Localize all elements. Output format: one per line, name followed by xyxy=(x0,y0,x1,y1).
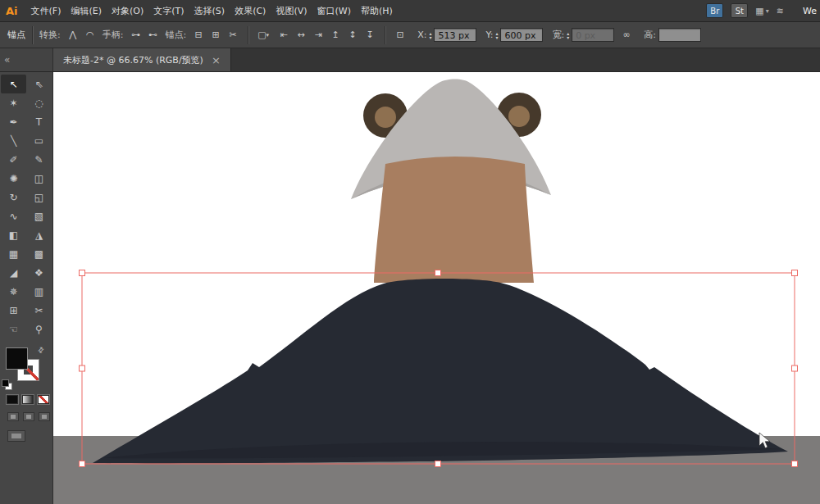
draw-normal-button[interactable] xyxy=(7,412,19,421)
left-ear-inner-shape[interactable] xyxy=(375,107,396,128)
horizontal-align-left-icon[interactable]: ⇤ xyxy=(276,27,292,43)
width-tool[interactable]: ∿ xyxy=(1,207,26,225)
eyedropper-tool[interactable]: ◢ xyxy=(1,263,26,282)
selection-handle-top-left[interactable] xyxy=(80,270,85,276)
horizontal-align-right-icon[interactable]: ⇥ xyxy=(310,27,326,43)
pen-tool[interactable]: ✒ xyxy=(1,112,26,131)
tool-glyph: ▦ xyxy=(9,248,18,260)
eraser-tool[interactable]: ◫ xyxy=(26,169,52,188)
selection-handle-top-right[interactable] xyxy=(792,270,798,276)
illustrator-logo: Ai xyxy=(6,5,18,17)
transform-reference-icon[interactable]: ⊡ xyxy=(392,27,408,43)
close-tab-icon[interactable]: × xyxy=(212,55,221,66)
shape-builder-tool[interactable]: ◧ xyxy=(1,225,26,244)
magic-wand-tool[interactable]: ✶ xyxy=(1,93,26,112)
width-stepper[interactable]: ▴▾ xyxy=(567,31,569,39)
color-button[interactable] xyxy=(6,394,19,405)
artboard-tool[interactable]: ⊞ xyxy=(1,301,26,320)
convert-to-corner-icon[interactable]: ⋀ xyxy=(65,27,81,43)
blend-tool[interactable]: ❖ xyxy=(26,263,52,282)
fill-swatch[interactable] xyxy=(6,347,28,370)
horizontal-align-center-icon[interactable]: ↔ xyxy=(293,27,309,43)
rectangle-tool[interactable]: ▭ xyxy=(26,131,52,150)
perspective-grid-tool[interactable]: ◮ xyxy=(26,225,52,244)
selection-handle-mid-right[interactable] xyxy=(792,366,798,371)
y-input[interactable]: 600 px xyxy=(500,28,543,42)
gradient-button[interactable] xyxy=(21,394,34,405)
line-segment-tool[interactable]: ╲ xyxy=(1,131,26,150)
stepper-down-icon[interactable]: ▾ xyxy=(567,35,569,39)
selection-handle-bottom-left[interactable] xyxy=(80,461,85,467)
draw-behind-button[interactable] xyxy=(23,412,34,421)
x-input[interactable]: 513 px xyxy=(434,28,476,42)
bridge-button[interactable]: Br xyxy=(706,3,723,18)
document-tab[interactable]: 未标题-2* @ 66.67% (RGB/预览) × xyxy=(53,48,231,71)
stepper-down-icon[interactable]: ▾ xyxy=(429,35,431,39)
height-input[interactable] xyxy=(658,28,701,42)
none-button[interactable] xyxy=(37,394,50,405)
menu-item[interactable]: 窗口(W) xyxy=(312,0,356,22)
tool-glyph: ↻ xyxy=(9,192,17,203)
zoom-tool[interactable]: ⚲ xyxy=(26,320,52,338)
default-fill-stroke-icon[interactable] xyxy=(2,379,12,388)
tool-glyph: ▧ xyxy=(34,211,43,222)
collapse-panel-icon[interactable]: « xyxy=(4,54,10,66)
neck-shape[interactable] xyxy=(374,157,534,283)
menu-item[interactable]: 文字(T) xyxy=(148,0,189,22)
y-stepper[interactable]: ▴▾ xyxy=(495,31,498,39)
screen-mode-button[interactable] xyxy=(7,430,25,442)
selection-handle-bottom-right[interactable] xyxy=(792,461,798,467)
link-dimensions-icon[interactable]: ∞ xyxy=(618,27,635,43)
blob-brush-tool[interactable]: ✺ xyxy=(1,169,26,188)
mesh-tool[interactable]: ▦ xyxy=(1,244,26,263)
menu-item[interactable]: 选择(S) xyxy=(189,0,230,22)
cut-path-icon[interactable]: ✂ xyxy=(225,27,241,43)
symbol-sprayer-tool[interactable]: ✵ xyxy=(1,282,26,301)
menu-item[interactable]: 效果(C) xyxy=(230,0,271,22)
column-graph-tool[interactable]: ▥ xyxy=(26,282,52,301)
tool-glyph: ◫ xyxy=(34,173,43,184)
selection-handle-top-center[interactable] xyxy=(435,270,441,276)
paintbrush-tool[interactable]: ✐ xyxy=(1,150,26,169)
workspace-switcher-button[interactable]: ▦ ▾ xyxy=(755,6,768,16)
swap-fill-stroke-icon[interactable]: ⇄ xyxy=(36,345,46,355)
gradient-tool[interactable]: ▩ xyxy=(26,244,52,263)
tool-glyph: T xyxy=(36,116,42,128)
free-transform-tool[interactable]: ▧ xyxy=(26,207,52,225)
menu-item[interactable]: 帮助(H) xyxy=(356,0,398,22)
hand-tool[interactable]: ☜ xyxy=(1,320,26,338)
pencil-tool[interactable]: ✎ xyxy=(26,150,52,169)
isolate-icon[interactable]: ▢▾ xyxy=(255,27,271,43)
add-anchor-icon[interactable]: ⊞ xyxy=(207,27,224,43)
draw-inside-button[interactable] xyxy=(39,412,50,421)
x-stepper[interactable]: ▴▾ xyxy=(429,31,431,39)
vertical-align-bottom-icon[interactable]: ↧ xyxy=(362,27,378,43)
right-ear-inner-shape[interactable] xyxy=(508,106,530,127)
selection-handle-mid-left[interactable] xyxy=(80,366,85,371)
lasso-tool[interactable]: ◌ xyxy=(26,93,52,112)
convert-to-smooth-icon[interactable]: ◠ xyxy=(82,27,98,43)
type-tool[interactable]: T xyxy=(26,112,52,131)
slice-tool[interactable]: ✂ xyxy=(26,301,52,320)
selection-handle-bottom-center[interactable] xyxy=(435,461,441,467)
menu-item[interactable]: 文件(F) xyxy=(26,0,66,22)
scale-tool[interactable]: ◱ xyxy=(26,188,52,207)
menu-item[interactable]: 对象(O) xyxy=(107,0,148,22)
workspace-name[interactable]: We xyxy=(803,6,817,16)
stock-button[interactable]: St xyxy=(731,3,748,18)
show-handles-icon[interactable]: ⊶ xyxy=(127,27,144,43)
y-label: Y: xyxy=(485,30,493,40)
width-input[interactable]: 0 px xyxy=(572,28,614,42)
stepper-down-icon[interactable]: ▾ xyxy=(495,35,498,39)
vertical-align-top-icon[interactable]: ↥ xyxy=(327,27,344,43)
selection-tool[interactable]: ↖ xyxy=(1,75,26,93)
hide-handles-icon[interactable]: ⊷ xyxy=(144,27,161,43)
menu-item[interactable]: 编辑(E) xyxy=(66,0,107,22)
menu-item[interactable]: 视图(V) xyxy=(271,0,312,22)
rotate-tool[interactable]: ↻ xyxy=(1,188,26,207)
delete-anchor-icon[interactable]: ⊟ xyxy=(190,27,207,43)
arrange-documents-icon[interactable]: ≋ xyxy=(777,6,784,16)
direct-selection-tool[interactable]: ⇖ xyxy=(26,75,52,93)
tool-glyph: ▥ xyxy=(34,286,43,297)
vertical-align-middle-icon[interactable]: ↕ xyxy=(344,27,361,43)
